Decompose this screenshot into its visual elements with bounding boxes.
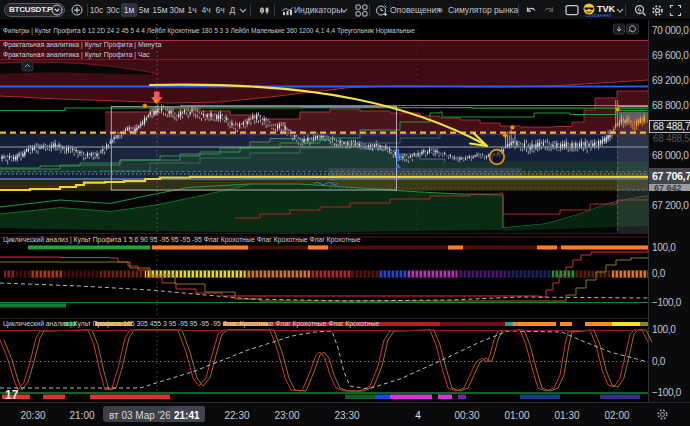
- svg-text:17: 17: [5, 388, 19, 402]
